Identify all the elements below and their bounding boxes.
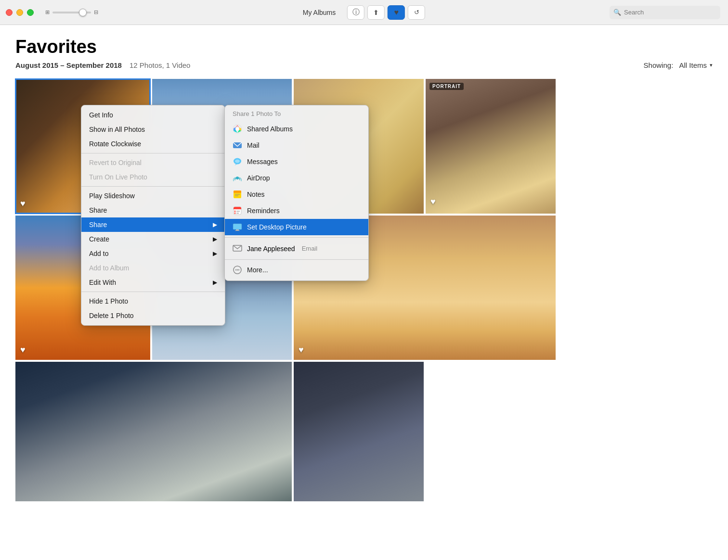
menu-item-hide[interactable]: Hide 1 Photo	[81, 294, 225, 308]
set-desktop-label: Set Desktop Picture	[247, 223, 307, 231]
submenu-item-more[interactable]: More...	[225, 262, 368, 278]
search-box[interactable]: 🔍	[610, 6, 720, 19]
menu-item-delete[interactable]: Delete 1 Photo	[81, 308, 225, 323]
airdrop-icon	[233, 173, 242, 183]
traffic-lights	[6, 9, 34, 16]
menu-item-share[interactable]: Share ▶	[81, 217, 225, 232]
favorite-heart-icon: ♥	[299, 345, 304, 355]
window-title: My Albums	[303, 9, 336, 16]
subtitle-row: August 2015 – September 2018 12 Photos, …	[15, 61, 713, 69]
svg-point-25	[237, 269, 238, 270]
svg-point-1	[236, 127, 239, 130]
submenu-arrow-icon: ▶	[213, 279, 217, 286]
svg-point-24	[235, 269, 236, 270]
favorite-heart-icon: ♥	[430, 197, 436, 207]
maximize-button[interactable]	[27, 9, 34, 16]
svg-point-15	[234, 213, 236, 214]
photo-item[interactable]: PORTRAIT ♥	[426, 79, 556, 214]
menu-item-create[interactable]: Create ▶	[81, 232, 225, 246]
shared-albums-icon	[233, 124, 242, 134]
context-menu: Get Info Show in All Photos Rotate Clock…	[81, 105, 225, 326]
jane-email-label: Email	[302, 245, 318, 252]
more-label: More...	[247, 266, 268, 274]
submenu-separator	[225, 237, 368, 238]
search-input[interactable]	[624, 9, 716, 16]
menu-separator	[81, 292, 225, 292]
menu-item-revert: Revert to Original	[81, 155, 225, 170]
favorite-heart-icon: ♥	[20, 199, 26, 209]
svg-rect-13	[234, 208, 241, 209]
zoom-slider[interactable]	[52, 12, 91, 13]
menu-item-show-all[interactable]: Show in All Photos	[81, 122, 225, 137]
svg-rect-21	[235, 230, 240, 231]
submenu-arrow-icon: ▶	[213, 221, 217, 228]
svg-point-14	[234, 211, 236, 212]
menu-item-duplicate[interactable]: Play Slideshow	[81, 189, 225, 203]
reminders-icon	[233, 206, 242, 216]
share-button[interactable]: ⬆	[367, 5, 385, 20]
zoom-slider-area: ⊞ ⊟	[45, 9, 98, 15]
mail-icon	[233, 140, 242, 150]
thumbnail-large-icon: ⊟	[94, 9, 98, 15]
menu-item-add-to[interactable]: Add to ▶	[81, 246, 225, 261]
subtitle-left: August 2015 – September 2018 12 Photos, …	[15, 61, 190, 69]
submenu-item-reminders[interactable]: Reminders	[225, 203, 368, 219]
photo-count: 12 Photos, 1 Video	[130, 61, 191, 69]
jane-email-icon	[233, 243, 242, 254]
svg-point-4	[235, 160, 240, 163]
zoom-thumb[interactable]	[79, 9, 87, 16]
svg-rect-20	[236, 229, 239, 230]
menu-item-add-album: Add to Album	[81, 261, 225, 275]
set-desktop-icon	[233, 222, 242, 232]
date-range: August 2015 – September 2018	[15, 61, 122, 69]
rotate-button[interactable]: ↺	[408, 5, 425, 20]
minimize-button[interactable]	[16, 9, 23, 16]
notes-icon	[233, 190, 242, 199]
submenu-item-mail[interactable]: Mail	[225, 137, 368, 153]
toolbar-controls: ⓘ ⬆ ♥ ↺	[347, 5, 425, 20]
submenu-item-airdrop[interactable]: AirDrop	[225, 170, 368, 186]
svg-point-26	[238, 269, 239, 270]
submenu-item-set-desktop[interactable]: Set Desktop Picture	[225, 219, 368, 235]
content-area: Favorites August 2015 – September 2018 1…	[0, 25, 728, 513]
jane-name: Jane Appleseed	[247, 245, 295, 253]
menu-separator	[81, 153, 225, 153]
share-submenu: Share 1 Photo To Shared Albums	[224, 105, 369, 281]
search-icon: 🔍	[613, 9, 621, 16]
submenu-arrow-icon: ▶	[213, 250, 217, 257]
submenu-arrow-icon: ▶	[213, 236, 217, 242]
mail-label: Mail	[247, 141, 260, 149]
close-button[interactable]	[6, 9, 13, 16]
favorite-heart-icon: ♥	[20, 345, 26, 355]
messages-icon	[233, 157, 242, 166]
submenu-title: Share 1 Photo To	[225, 108, 368, 121]
svg-rect-8	[234, 192, 241, 193]
page-title: Favorites	[15, 37, 713, 57]
showing-value: All Items	[679, 61, 707, 69]
thumbnail-small-icon: ⊞	[45, 9, 50, 15]
showing-label: Showing:	[644, 61, 674, 69]
submenu-separator	[225, 259, 368, 260]
portrait-badge: PORTRAIT	[429, 83, 464, 90]
svg-rect-18	[233, 224, 242, 229]
more-icon	[233, 265, 242, 275]
menu-separator	[81, 186, 225, 187]
submenu-item-messages[interactable]: Messages	[225, 153, 368, 170]
showing-dropdown[interactable]: Showing: All Items ▾	[644, 61, 713, 69]
photo-item[interactable]	[15, 362, 292, 501]
submenu-item-notes[interactable]: Notes	[225, 186, 368, 203]
reminders-label: Reminders	[247, 207, 280, 215]
menu-item-live-photo: Turn On Live Photo	[81, 170, 225, 184]
submenu-item-jane-appleseed[interactable]: Jane Appleseed Email	[225, 240, 368, 257]
notes-label: Notes	[247, 191, 265, 198]
submenu-item-shared-albums[interactable]: Shared Albums	[225, 121, 368, 137]
photo-item[interactable]	[294, 362, 424, 501]
menu-item-rotate[interactable]: Rotate Clockwise	[81, 137, 225, 151]
info-button[interactable]: ⓘ	[347, 5, 364, 20]
menu-item-edit-with[interactable]: Edit With ▶	[81, 275, 225, 290]
shared-albums-label: Shared Albums	[247, 125, 293, 133]
menu-item-get-info[interactable]: Get Info	[81, 108, 225, 122]
favorites-button[interactable]: ♥	[388, 5, 405, 20]
menu-item-slideshow[interactable]: Share	[81, 203, 225, 217]
airdrop-label: AirDrop	[247, 174, 270, 182]
